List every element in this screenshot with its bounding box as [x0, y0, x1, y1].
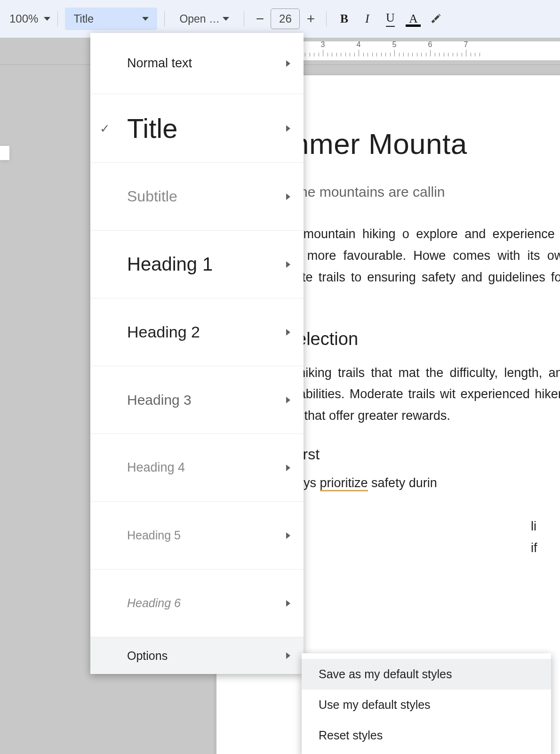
toolbar-divider: [57, 11, 58, 26]
submenu-arrow-icon: [286, 532, 290, 539]
style-option-label: Heading 1: [127, 254, 213, 275]
submenu-arrow-icon: [286, 261, 290, 268]
toolbar-divider: [164, 11, 165, 26]
style-option-label: Subtitle: [127, 188, 177, 205]
font-selected-label: Open …: [179, 13, 220, 25]
caret-down-icon: [44, 17, 50, 21]
increase-font-size-button[interactable]: +: [302, 10, 319, 27]
checkmark-icon: ✓: [100, 121, 110, 136]
ruler-number: 5: [392, 40, 397, 49]
paragraph-style-selector[interactable]: Title: [65, 8, 157, 30]
decrease-font-size-button[interactable]: −: [251, 10, 268, 27]
caret-down-icon: [142, 17, 149, 21]
style-option-heading-4[interactable]: Heading 4: [90, 434, 304, 502]
text-color-button[interactable]: A: [403, 8, 424, 29]
style-option-heading-3[interactable]: Heading 3: [90, 366, 304, 434]
style-option-label: Heading 3: [127, 392, 192, 408]
style-option-label: Title: [127, 112, 177, 144]
zoom-value: 100%: [9, 12, 38, 25]
style-option-label: Heading 6: [127, 596, 181, 610]
style-options-submenu: Save as my default styles Use my default…: [302, 653, 551, 754]
style-dropdown: Normal text✓TitleSubtitleHeading 1Headin…: [90, 33, 304, 674]
highlighter-icon: [430, 12, 443, 25]
submenu-arrow-icon: [286, 193, 290, 200]
toolbar: 100% Title Open … − + B I U A: [0, 0, 560, 38]
submenu-arrow-icon: [286, 397, 290, 403]
underline-button[interactable]: U: [380, 8, 400, 29]
use-default-styles-item[interactable]: Use my default styles: [302, 690, 551, 720]
style-option-title[interactable]: ✓Title: [90, 94, 304, 163]
submenu-arrow-icon: [286, 125, 290, 132]
style-options-item[interactable]: Options: [90, 637, 304, 674]
submenu-arrow-icon: [286, 652, 290, 659]
ruler-number: 3: [321, 40, 325, 49]
ruler-number: 7: [464, 40, 468, 49]
style-option-heading-1[interactable]: Heading 1: [90, 231, 304, 298]
ruler-number: 6: [428, 40, 432, 49]
style-option-normal-text[interactable]: Normal text: [90, 33, 304, 94]
caret-down-icon: [223, 17, 229, 21]
style-option-label: Normal text: [127, 56, 192, 71]
highlight-color-button[interactable]: [426, 8, 447, 29]
style-option-label: Heading 2: [127, 323, 200, 341]
bold-button[interactable]: B: [334, 8, 354, 29]
options-label: Options: [127, 649, 168, 663]
style-option-subtitle[interactable]: Subtitle: [90, 163, 304, 231]
submenu-arrow-icon: [286, 329, 290, 336]
style-option-label: Heading 5: [127, 529, 181, 542]
toolbar-divider: [326, 11, 327, 26]
submenu-arrow-icon: [286, 465, 290, 471]
ruler-number: 4: [357, 40, 361, 49]
save-default-styles-item[interactable]: Save as my default styles: [302, 659, 551, 690]
toolbar-divider: [244, 11, 244, 26]
style-option-heading-2[interactable]: Heading 2: [90, 298, 304, 366]
style-option-heading-5[interactable]: Heading 5: [90, 502, 304, 570]
font-selector[interactable]: Open …: [172, 8, 237, 30]
italic-button[interactable]: I: [357, 8, 377, 29]
submenu-arrow-icon: [286, 60, 290, 67]
style-option-heading-6[interactable]: Heading 6: [90, 570, 304, 637]
submenu-arrow-icon: [286, 600, 290, 607]
style-selected-label: Title: [73, 13, 94, 25]
page-fragment: [0, 146, 9, 160]
style-option-label: Heading 4: [127, 460, 185, 475]
font-size-input[interactable]: [271, 8, 300, 29]
reset-styles-item[interactable]: Reset styles: [302, 720, 551, 751]
zoom-selector[interactable]: 100%: [9, 12, 50, 25]
